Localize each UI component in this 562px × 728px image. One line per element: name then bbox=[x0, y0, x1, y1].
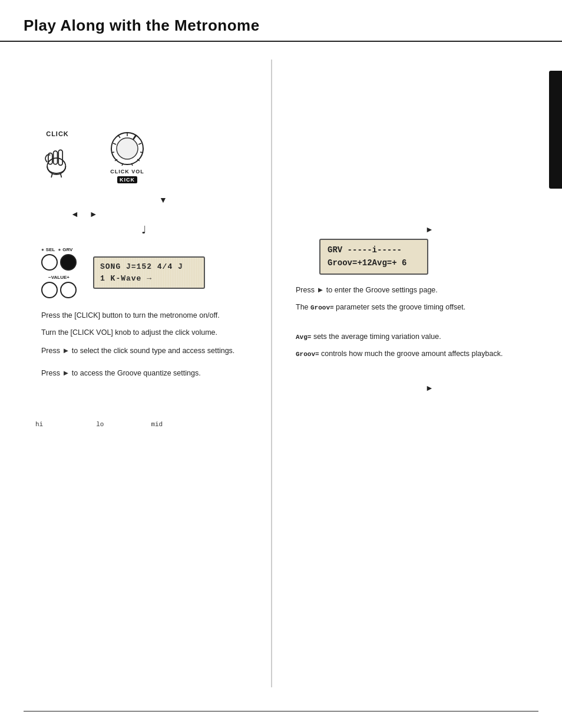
knob-wrap bbox=[109, 130, 146, 167]
control-area: ● SEL ● GRV −VALUE+ bbox=[41, 247, 247, 298]
pitch-labels-row: hi lo mid bbox=[35, 421, 247, 428]
knob-svg bbox=[109, 130, 146, 167]
left-para-3: Press ► to select the click sound type a… bbox=[41, 345, 234, 357]
svg-line-10 bbox=[138, 143, 141, 144]
lcd-right-line2: Groov=+12Avg=+ 6 bbox=[328, 256, 420, 269]
right-inline-arrow-1: ► bbox=[316, 285, 324, 294]
groov-label: Groov= bbox=[310, 304, 334, 311]
svg-line-16 bbox=[111, 152, 114, 153]
lcd-line2: 1 K-Wave → bbox=[100, 273, 198, 285]
lo-label: lo bbox=[96, 421, 104, 428]
arrow-down-icon: ▼ bbox=[159, 195, 167, 205]
right-arrow-1-row: ► bbox=[425, 225, 533, 234]
right-arrow-1-icon: ► bbox=[425, 225, 434, 234]
arrow-right-icon: ► bbox=[90, 209, 98, 219]
inline-arrow-1: ► bbox=[62, 346, 70, 355]
knob-labels: CLICK VOL KICK bbox=[110, 169, 144, 183]
sel-label: SEL bbox=[46, 247, 55, 252]
svg-line-5 bbox=[61, 173, 62, 177]
hand-icon bbox=[41, 140, 74, 178]
main-content: CLICK bbox=[0, 42, 562, 693]
right-body-text: Press ► to enter the Groove settings pag… bbox=[296, 284, 533, 314]
svg-point-19 bbox=[117, 138, 138, 159]
lcd-display-left: SONG J=152 4/4 J 1 K-Wave → bbox=[93, 256, 205, 289]
svg-rect-2 bbox=[58, 150, 62, 165]
note-row: ♩ bbox=[141, 223, 247, 236]
right-para-4: Groov= controls how much the groove amou… bbox=[296, 348, 533, 360]
lr-arrows-row: ◄ ► bbox=[71, 209, 247, 219]
inline-arrow-2: ► bbox=[62, 368, 70, 377]
knob-label-top: CLICK VOL bbox=[110, 169, 144, 174]
plus-button[interactable] bbox=[60, 282, 77, 298]
knob-label-bottom: KICK bbox=[117, 176, 137, 183]
value-label: −VALUE+ bbox=[48, 275, 70, 280]
avg-section: Avg= sets the average timing variation v… bbox=[296, 331, 533, 360]
page-footer bbox=[24, 711, 538, 711]
arrow-right-1-row: Press ► to select the click sound type a… bbox=[41, 345, 247, 363]
groov-label-2: Groov= bbox=[296, 351, 319, 358]
left-para-4: Press ► to access the Groove quantize se… bbox=[41, 367, 201, 379]
svg-line-18 bbox=[118, 136, 120, 138]
knob-area: CLICK VOL KICK bbox=[109, 130, 146, 183]
grv-button[interactable] bbox=[60, 254, 77, 271]
grv-indicator: ● bbox=[58, 247, 61, 252]
click-section: CLICK bbox=[41, 130, 247, 183]
right-para-3: Avg= sets the average timing variation v… bbox=[296, 331, 533, 342]
svg-line-17 bbox=[113, 143, 116, 144]
right-spacer bbox=[296, 60, 533, 225]
sel-grv-section: ● SEL ● GRV −VALUE+ bbox=[41, 247, 77, 298]
arrow-right-2-row: Press ► to access the Groove quantize se… bbox=[41, 367, 247, 385]
right-column: ► GRV -----i----- Groov=+12Avg=+ 6 Press… bbox=[272, 54, 562, 693]
lcd-right-line1: GRV -----i----- bbox=[328, 243, 420, 256]
lcd-line1: SONG J=152 4/4 J bbox=[100, 261, 198, 273]
page-title: Play Along with the Metronome bbox=[24, 17, 538, 35]
svg-line-11 bbox=[140, 152, 143, 153]
right-para-2: The Groov= parameter sets the groove tim… bbox=[296, 302, 533, 313]
sel-button[interactable] bbox=[41, 254, 58, 271]
grv-label: GRV bbox=[62, 247, 72, 252]
lcd-right-wrap: GRV -----i----- Groov=+12Avg=+ 6 bbox=[319, 239, 533, 275]
note-symbol: ♩ bbox=[141, 223, 146, 236]
sel-indicator: ● bbox=[41, 247, 44, 252]
avg-label-right: Avg= bbox=[296, 334, 311, 341]
svg-line-4 bbox=[51, 173, 52, 177]
hi-label: hi bbox=[35, 421, 43, 428]
bottom-btn-row bbox=[41, 282, 77, 298]
left-body-text-1: Press the [CLICK] button to turn the met… bbox=[41, 310, 247, 339]
arrow-left-icon: ◄ bbox=[71, 209, 79, 219]
right-para-1: Press ► to enter the Groove settings pag… bbox=[296, 284, 533, 296]
arrow-down-row: ▼ bbox=[41, 195, 247, 205]
svg-rect-1 bbox=[54, 151, 58, 164]
lcd-display-right: GRV -----i----- Groov=+12Avg=+ 6 bbox=[319, 239, 428, 275]
right-arrow-2-row: ► bbox=[425, 383, 533, 393]
minus-button[interactable] bbox=[41, 282, 58, 298]
left-para-1: Press the [CLICK] button to turn the met… bbox=[41, 310, 247, 321]
left-para-2: Turn the [CLICK VOL] knob to adjust the … bbox=[41, 327, 247, 338]
left-column: CLICK bbox=[0, 54, 271, 693]
top-btn-row bbox=[41, 254, 77, 271]
mid-label: mid bbox=[151, 421, 163, 428]
click-button-area: CLICK bbox=[41, 130, 74, 178]
page-header: Play Along with the Metronome bbox=[0, 0, 562, 42]
right-arrow-2-icon: ► bbox=[425, 383, 434, 393]
click-label: CLICK bbox=[46, 130, 69, 137]
